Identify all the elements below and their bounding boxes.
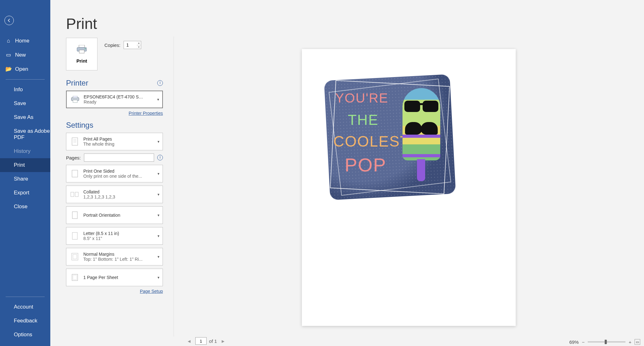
page-setup-link[interactable]: Page Setup: [140, 289, 163, 294]
chevron-down-icon: ▼: [157, 172, 160, 176]
zoom-out-button[interactable]: −: [582, 339, 585, 345]
sidebar-item-label: Share: [14, 176, 28, 182]
page-of-label: of 1: [209, 338, 217, 344]
sidebar-item-label: Print: [14, 162, 25, 168]
zoom-percent: 69%: [569, 339, 579, 345]
sidebar-item-save[interactable]: Save: [0, 97, 50, 110]
print-button-label: Print: [76, 58, 87, 64]
back-button[interactable]: [4, 16, 14, 25]
sidebar-item-account[interactable]: Account: [0, 300, 50, 314]
popsicle-icon: [396, 88, 447, 186]
prev-page-button[interactable]: ◄: [186, 338, 193, 344]
open-icon: 📂: [6, 66, 11, 72]
paper-icon: [69, 231, 80, 241]
pps-icon: [69, 272, 80, 283]
copies-label: Copies:: [104, 42, 120, 48]
svg-rect-18: [75, 192, 78, 197]
chevron-down-icon: ▼: [157, 276, 160, 279]
pages-icon: [69, 136, 80, 147]
pages-per-sheet-select[interactable]: 1 Page Per Sheet ▼: [66, 269, 163, 286]
sidebar-item-label: Save As: [14, 114, 33, 120]
sidebar-item-label: Open: [15, 66, 28, 72]
sidebar-item-new[interactable]: ▭New: [0, 48, 50, 62]
margins-icon: [69, 251, 80, 262]
sidebar-item-label: Options: [14, 332, 32, 338]
zoom-to-page-button[interactable]: ▭: [635, 339, 640, 345]
new-icon: ▭: [6, 52, 11, 58]
pages-input[interactable]: [84, 153, 154, 162]
printer-select[interactable]: EPSONE6F3C4 (ET-4700 Seri... Ready ▼: [66, 91, 163, 108]
sidebar-item-open[interactable]: 📂Open: [0, 62, 50, 76]
svg-rect-20: [72, 232, 77, 239]
svg-rect-12: [72, 138, 78, 145]
margins-select[interactable]: Normal MarginsTop: 1" Bottom: 1" Left: 1…: [66, 248, 163, 265]
portrait-icon: [69, 210, 80, 220]
chevron-down-icon: ▼: [157, 193, 160, 196]
svg-rect-21: [72, 253, 78, 260]
sidebar-item-label: Info: [14, 87, 23, 93]
sidebar-item-label: Home: [15, 38, 29, 44]
svg-rect-5: [79, 45, 85, 47]
sidebar-item-label: Save: [14, 100, 26, 107]
next-page-button[interactable]: ►: [219, 338, 227, 344]
sidebar-item-label: Close: [14, 204, 27, 210]
printer-icon: [76, 45, 87, 54]
copies-spinner[interactable]: ▲▼: [137, 41, 141, 49]
sidebar-item-label: Export: [14, 190, 29, 196]
sidebar-item-label: History: [14, 148, 31, 154]
svg-rect-11: [73, 100, 77, 103]
chevron-down-icon: ▼: [157, 234, 160, 238]
print-now-button[interactable]: Print: [66, 38, 97, 70]
collate-icon: [69, 189, 80, 200]
page-number-input[interactable]: [195, 337, 207, 345]
svg-rect-10: [73, 96, 77, 98]
page-title: Print: [66, 15, 97, 32]
pages-info-icon[interactable]: i: [157, 155, 163, 160]
home-icon: ⌂: [6, 38, 11, 44]
pages-label: Pages:: [66, 155, 81, 160]
sidebar-item-print[interactable]: Print: [0, 158, 50, 172]
preview-page: YOU'RE THE COOLEST POP: [302, 49, 516, 326]
zoom-slider[interactable]: [588, 341, 625, 343]
sidebar-item-savepdf[interactable]: Save as Adobe PDF: [0, 124, 50, 144]
svg-point-8: [85, 48, 86, 49]
sidebar-item-label: New: [15, 52, 26, 58]
sidebar-item-label: Feedback: [14, 318, 37, 324]
svg-rect-7: [79, 50, 84, 53]
sides-select[interactable]: Print One SidedOnly print on one side of…: [66, 165, 163, 182]
sidebar-item-label: Account: [14, 304, 33, 310]
paper-size-select[interactable]: Letter (8.5 x 11 in)8.5" x 11" ▼: [66, 227, 163, 245]
sidebar-item-home[interactable]: ⌂Home: [0, 34, 50, 48]
chevron-down-icon: ▼: [157, 140, 160, 143]
printer-status: Ready: [84, 99, 143, 104]
print-preview: YOU'RE THE COOLEST POP: [174, 36, 644, 337]
sidebar-item-feedback[interactable]: Feedback: [0, 314, 50, 328]
settings-heading: Settings: [66, 121, 93, 130]
svg-rect-16: [72, 170, 78, 177]
sidebar-item-export[interactable]: Export: [0, 186, 50, 200]
printer-name: EPSONE6F3C4 (ET-4700 Seri...: [84, 94, 143, 99]
sidebar-item-close[interactable]: Close: [0, 200, 50, 214]
chevron-down-icon: ▼: [157, 255, 160, 259]
sidebar-item-options[interactable]: Options: [0, 328, 50, 342]
printer-properties-link[interactable]: Printer Properties: [129, 111, 163, 116]
collate-select[interactable]: Collated1,2,3 1,2,3 1,2,3 ▼: [66, 186, 163, 203]
sidebar-item-saveas[interactable]: Save As: [0, 110, 50, 124]
one-sided-icon: [69, 168, 80, 179]
orientation-select[interactable]: Portrait Orientation ▼: [66, 206, 163, 224]
svg-rect-19: [72, 212, 77, 219]
chevron-down-icon: ▼: [157, 214, 160, 217]
printer-heading: Printer: [66, 79, 88, 87]
sidebar-item-history: History: [0, 144, 50, 158]
sidebar-item-info[interactable]: Info: [0, 83, 50, 97]
zoom-in-button[interactable]: +: [629, 339, 631, 345]
document-graphic: YOU'RE THE COOLEST POP: [327, 77, 453, 197]
sidebar-item-share[interactable]: Share: [0, 172, 50, 186]
sidebar-item-label: Save as Adobe PDF: [14, 128, 50, 141]
print-scope-select[interactable]: Print All PagesThe whole thing ▼: [66, 133, 163, 150]
svg-rect-17: [71, 192, 74, 197]
printer-info-icon[interactable]: i: [157, 80, 163, 86]
chevron-down-icon: ▼: [157, 98, 160, 101]
printer-device-icon: [70, 94, 80, 105]
